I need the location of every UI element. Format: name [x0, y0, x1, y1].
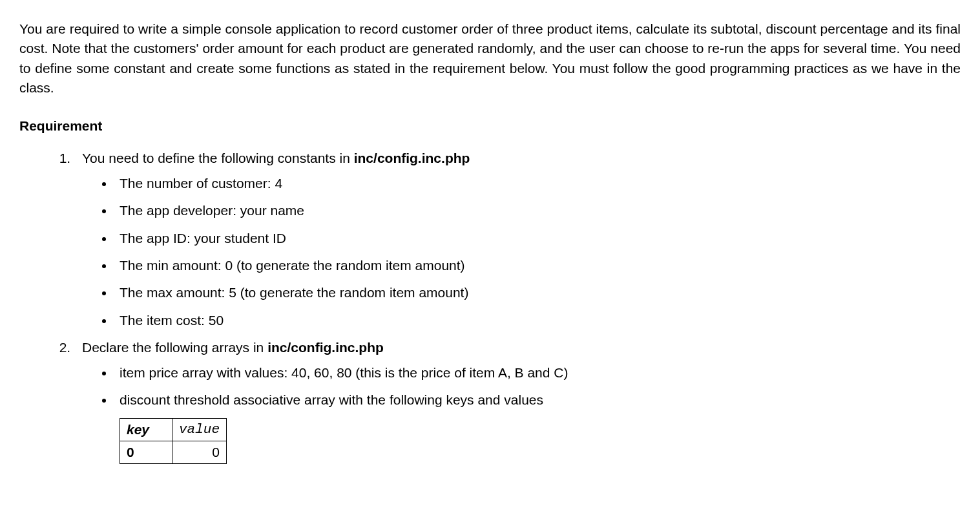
req1-bullet: The min amount: 0 (to generate the rando…: [114, 256, 961, 275]
requirement-item-2: Declare the following arrays in inc/conf…: [74, 338, 961, 464]
req1-lead: You need to define the following constan…: [82, 151, 354, 165]
req2-bullet: discount threshold associative array wit…: [114, 390, 961, 410]
req1-bullet: The app ID: your student ID: [114, 229, 961, 248]
table-header-row: key value: [120, 418, 227, 441]
discount-table: key value 0 0: [120, 418, 227, 465]
requirement-list: You need to define the following constan…: [19, 149, 961, 464]
req2-bullets: item price array with values: 40, 60, 80…: [82, 363, 961, 410]
requirement-heading: Requirement: [19, 116, 961, 136]
requirement-item-1: You need to define the following constan…: [74, 149, 961, 330]
table-header-key: key: [120, 418, 172, 441]
req1-bullet: The item cost: 50: [114, 311, 961, 330]
req2-lead: Declare the following arrays in: [82, 340, 267, 355]
req2-bullet: item price array with values: 40, 60, 80…: [114, 363, 961, 383]
req1-bullets: The number of customer: 4 The app develo…: [82, 174, 961, 331]
table-cell-key: 0: [120, 441, 172, 464]
table-header-value: value: [172, 418, 227, 441]
intro-paragraph: You are required to write a simple conso…: [19, 19, 961, 98]
req1-bullet: The max amount: 5 (to generate the rando…: [114, 283, 961, 302]
table-row: 0 0: [120, 441, 227, 464]
req1-file: inc/config.inc.php: [354, 151, 470, 165]
req1-bullet: The number of customer: 4: [114, 174, 961, 193]
table-cell-value: 0: [172, 441, 227, 464]
req1-bullet: The app developer: your name: [114, 201, 961, 220]
req2-file: inc/config.inc.php: [267, 340, 384, 355]
